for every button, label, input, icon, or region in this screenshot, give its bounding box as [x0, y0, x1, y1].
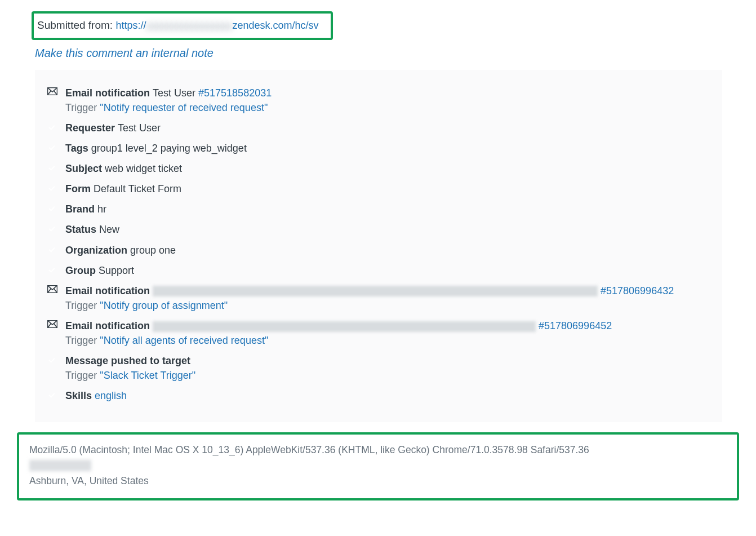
trigger-word: Trigger [65, 370, 100, 381]
event-value: New [99, 224, 119, 235]
submitted-from-label: Submitted from: [37, 19, 115, 31]
event-body: Skills english [65, 388, 710, 403]
event-value: group1 level_2 paying web_widget [91, 143, 247, 154]
event-row: Email notification . #517806996452Trigge… [47, 318, 710, 348]
event-row: Requester Test User [47, 121, 710, 135]
event-value-redacted: . [153, 286, 598, 296]
footer-hidden-line [29, 460, 91, 471]
event-row: Status New [47, 222, 710, 237]
event-body: Email notification . #517806996452Trigge… [65, 318, 710, 348]
event-value-redacted: . [153, 321, 536, 332]
event-row: Message pushed to targetTrigger "Slack T… [47, 353, 710, 383]
event-label: Requester [65, 122, 118, 134]
make-internal-note-link[interactable]: Make this comment an internal note [35, 47, 739, 60]
event-label: Brand [65, 203, 97, 215]
event-label: Organization [65, 245, 130, 256]
submitted-from-box: Submitted from: https://xxxxxxxxxxxxxxxx… [32, 11, 333, 40]
event-label: Message pushed to target [65, 355, 190, 366]
event-label: Email notification [65, 285, 153, 296]
event-value: Support [99, 265, 134, 276]
event-body: Tags group1 level_2 paying web_widget [65, 141, 710, 156]
event-body: Brand hr [65, 202, 710, 216]
event-body: Email notification Test User #5175185820… [65, 86, 710, 115]
event-body: Form Default Ticket Form [65, 181, 710, 196]
trigger-link[interactable]: "Slack Ticket Trigger" [100, 370, 195, 381]
event-value: Default Ticket Form [94, 183, 181, 194]
footer-box: Mozilla/5.0 (Macintosh; Intel Mac OS X 1… [17, 432, 739, 500]
event-value: group one [130, 245, 176, 256]
mail-icon [47, 285, 59, 293]
event-id-link[interactable]: #517806996452 [539, 320, 612, 331]
event-label: Tags [65, 143, 91, 154]
event-body: Subject web widget ticket [65, 161, 710, 176]
event-body: Group Support [65, 263, 710, 278]
event-row: Skills english [47, 388, 710, 403]
event-row: Tags group1 level_2 paying web_widget [47, 141, 710, 156]
submitted-from-url[interactable]: https://xxxxxxxxxxxxxxxxxzendesk.com/hc/… [115, 20, 318, 31]
event-body: Requester Test User [65, 121, 710, 135]
event-label: Email notification [65, 87, 153, 99]
mail-icon [47, 87, 59, 95]
submitted-url-redacted: xxxxxxxxxxxxxxxxx [146, 20, 232, 32]
event-label: Status [65, 224, 99, 235]
event-label: Group [65, 265, 99, 276]
event-row: Email notification Test User #5175185820… [47, 86, 710, 115]
submitted-url-prefix: https:// [115, 20, 146, 31]
event-label: Form [65, 183, 94, 194]
event-value: Test User [153, 87, 198, 99]
event-label: Email notification [65, 320, 153, 331]
mail-icon [47, 320, 59, 328]
trigger-word: Trigger [65, 300, 100, 311]
event-value: hr [97, 203, 106, 215]
event-row: Email notification . #517806996432Trigge… [47, 283, 710, 313]
event-row: Subject web widget ticket [47, 161, 710, 176]
event-id-link[interactable]: #517518582031 [198, 87, 272, 99]
trigger-link[interactable]: "Notify group of assignment" [100, 300, 228, 311]
footer-location: Ashburn, VA, United States [29, 473, 727, 489]
event-body: Status New [65, 222, 710, 237]
event-row: Brand hr [47, 202, 710, 216]
event-body: Organization group one [65, 243, 710, 258]
events-panel: Email notification Test User #5175185820… [35, 70, 722, 423]
event-id-link[interactable]: #517806996432 [601, 285, 674, 296]
trigger-link[interactable]: "Notify all agents of received request" [100, 335, 268, 346]
event-label: Skills [65, 390, 95, 401]
trigger-link[interactable]: "Notify requester of received request" [100, 102, 268, 113]
event-value: Test User [118, 122, 161, 134]
event-body: Email notification . #517806996432Trigge… [65, 283, 710, 313]
trigger-word: Trigger [65, 102, 100, 113]
trigger-word: Trigger [65, 335, 100, 346]
event-value-link[interactable]: english [95, 390, 127, 401]
event-value: web widget ticket [105, 163, 182, 174]
footer-user-agent: Mozilla/5.0 (Macintosh; Intel Mac OS X 1… [29, 442, 727, 458]
event-row: Form Default Ticket Form [47, 181, 710, 196]
event-body: Message pushed to targetTrigger "Slack T… [65, 353, 710, 383]
event-row: Group Support [47, 263, 710, 278]
submitted-url-suffix: zendesk.com/hc/sv [232, 20, 318, 31]
event-row: Organization group one [47, 243, 710, 258]
event-label: Subject [65, 163, 105, 174]
